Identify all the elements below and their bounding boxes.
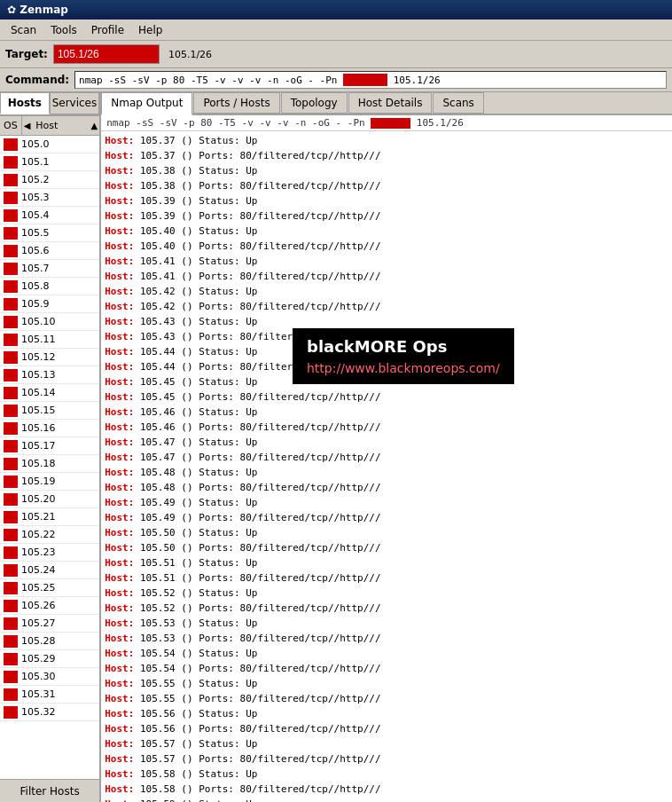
host-link[interactable]: Host:	[105, 240, 134, 252]
host-link[interactable]: Host:	[105, 135, 134, 146]
host-sort-arrow[interactable]: ▲	[90, 121, 100, 130]
tab-hosts[interactable]: Hosts	[0, 92, 50, 114]
host-list-item[interactable]: 105.20	[0, 491, 99, 508]
host-link[interactable]: Host:	[105, 633, 134, 644]
host-link[interactable]: Host:	[105, 165, 134, 177]
host-list-item[interactable]: 105.23	[0, 544, 99, 562]
host-list-item[interactable]: 105.30	[0, 668, 99, 686]
host-list-item[interactable]: 105.5	[0, 224, 99, 242]
host-ip-text: 105.58	[134, 783, 175, 795]
tab-host-details[interactable]: Host Details	[348, 92, 433, 114]
host-link[interactable]: Host:	[105, 346, 134, 358]
host-link[interactable]: Host:	[105, 617, 134, 629]
host-list-item[interactable]: 105.7	[0, 260, 99, 278]
menu-help[interactable]: Help	[131, 22, 169, 38]
target-input[interactable]	[53, 44, 160, 64]
host-link[interactable]: Host:	[105, 678, 134, 689]
host-list-item[interactable]: 105.29	[0, 650, 99, 668]
host-link[interactable]: Host:	[105, 542, 134, 554]
host-list-item[interactable]: 105.16	[0, 420, 99, 437]
host-list-item[interactable]: 105.26	[0, 597, 99, 615]
host-link[interactable]: Host:	[105, 210, 134, 222]
host-list-item[interactable]: 105.0	[0, 136, 99, 153]
host-list-item[interactable]: 105.24	[0, 562, 99, 579]
host-list-item[interactable]: 105.27	[0, 615, 99, 633]
host-link[interactable]: Host:	[105, 798, 134, 802]
tab-nmap-output[interactable]: Nmap Output	[101, 92, 192, 115]
host-link[interactable]: Host:	[105, 723, 134, 735]
host-list-item[interactable]: 105.9	[0, 295, 99, 313]
tab-services[interactable]: Services	[50, 92, 100, 114]
host-list-item[interactable]: 105.3	[0, 189, 99, 207]
host-list-item[interactable]: 105.18	[0, 455, 99, 473]
host-link[interactable]: Host:	[105, 512, 134, 523]
host-link[interactable]: Host:	[105, 195, 134, 207]
host-link[interactable]: Host:	[105, 467, 134, 478]
host-list-item[interactable]: 105.1	[0, 153, 99, 171]
host-link[interactable]: Host:	[105, 527, 134, 539]
host-link[interactable]: Host:	[105, 452, 134, 463]
host-list-item[interactable]: 105.22	[0, 526, 99, 544]
output-line: Host: 105.46 () Status: Up	[105, 405, 668, 420]
host-link[interactable]: Host:	[105, 391, 134, 403]
host-link[interactable]: Host:	[105, 482, 134, 493]
host-link[interactable]: Host:	[105, 316, 134, 327]
host-link[interactable]: Host:	[105, 150, 134, 161]
host-link[interactable]: Host:	[105, 301, 134, 312]
host-link[interactable]: Host:	[105, 648, 134, 659]
host-link[interactable]: Host:	[105, 572, 134, 584]
host-link[interactable]: Host:	[105, 271, 134, 282]
menu-tools[interactable]: Tools	[43, 22, 84, 38]
line-content: () Status: Up	[176, 617, 258, 629]
host-status-icon	[4, 227, 18, 240]
host-list-item[interactable]: 105.21	[0, 508, 99, 526]
os-sort-arrow[interactable]: ◀	[22, 121, 33, 130]
command-input[interactable]: nmap -sS -sV -p 80 -T5 -v -v -v -n -oG -…	[74, 71, 667, 89]
tab-scans[interactable]: Scans	[433, 92, 483, 114]
host-link[interactable]: Host:	[105, 587, 134, 599]
menu-profile[interactable]: Profile	[84, 22, 131, 38]
host-link[interactable]: Host:	[105, 663, 134, 674]
host-list-item[interactable]: 105.12	[0, 349, 99, 366]
host-link[interactable]: Host:	[105, 286, 134, 297]
host-list-item[interactable]: 105.19	[0, 473, 99, 491]
host-link[interactable]: Host:	[105, 331, 134, 342]
host-list-item[interactable]: 105.8	[0, 278, 99, 295]
tab-ports-hosts[interactable]: Ports / Hosts	[193, 92, 279, 114]
tab-topology[interactable]: Topology	[281, 92, 348, 114]
host-list-item[interactable]: 105.31	[0, 686, 99, 704]
host-list-item[interactable]: 105.28	[0, 633, 99, 650]
host-link[interactable]: Host:	[105, 738, 134, 750]
host-link[interactable]: Host:	[105, 225, 134, 237]
host-link[interactable]: Host:	[105, 376, 134, 388]
host-link[interactable]: Host:	[105, 602, 134, 614]
host-list-item[interactable]: 105.14	[0, 384, 99, 402]
host-list-item[interactable]: 105.11	[0, 331, 99, 349]
host-list-item[interactable]: 105.32	[0, 704, 99, 721]
host-list-item[interactable]: 105.17	[0, 437, 99, 455]
host-list-item[interactable]: 105.10	[0, 313, 99, 331]
host-link[interactable]: Host:	[105, 708, 134, 719]
host-link[interactable]: Host:	[105, 361, 134, 373]
output-line: Host: 105.59 () Status: Up	[105, 797, 668, 802]
host-link[interactable]: Host:	[105, 557, 134, 569]
host-list-item[interactable]: 105.2	[0, 171, 99, 189]
host-list-item[interactable]: 105.15	[0, 402, 99, 420]
host-ip-text: 105.56	[134, 708, 175, 719]
host-link[interactable]: Host:	[105, 753, 134, 765]
host-link[interactable]: Host:	[105, 406, 134, 418]
host-link[interactable]: Host:	[105, 256, 134, 267]
host-link[interactable]: Host:	[105, 497, 134, 508]
menu-scan[interactable]: Scan	[4, 22, 43, 38]
host-list-item[interactable]: 105.25	[0, 579, 99, 597]
host-list-item[interactable]: 105.4	[0, 207, 99, 224]
host-link[interactable]: Host:	[105, 783, 134, 795]
host-link[interactable]: Host:	[105, 436, 134, 448]
host-link[interactable]: Host:	[105, 768, 134, 780]
host-list-item[interactable]: 105.6	[0, 242, 99, 260]
filter-hosts-button[interactable]: Filter Hosts	[0, 779, 99, 802]
host-list-item[interactable]: 105.13	[0, 366, 99, 384]
host-link[interactable]: Host:	[105, 421, 134, 433]
host-link[interactable]: Host:	[105, 180, 134, 192]
host-link[interactable]: Host:	[105, 693, 134, 704]
